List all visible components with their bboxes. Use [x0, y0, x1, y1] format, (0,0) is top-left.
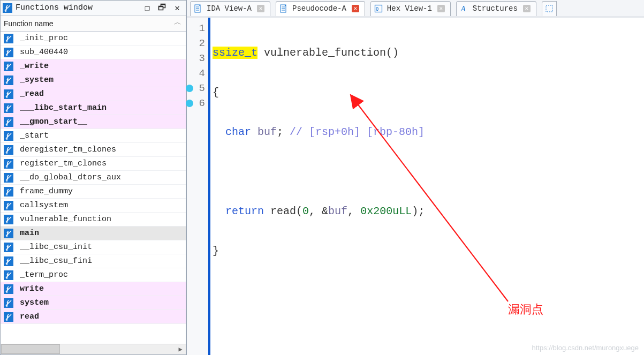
function-row[interactable]: fframe_dummy — [1, 185, 186, 199]
function-name: _write — [20, 62, 49, 71]
code[interactable]: ssize_t vulnerable_function() { char buf… — [210, 18, 644, 355]
breakpoint-icon[interactable] — [186, 85, 193, 92]
token-comment: // [rsp+0h] [rbp-80h] — [283, 126, 425, 138]
function-row[interactable]: fregister_tm_clones — [1, 157, 186, 171]
tab-label: Pseudocode-A — [292, 4, 346, 13]
function-row[interactable]: fread — [1, 310, 186, 324]
tab-structures[interactable]: AStructures✕ — [456, 1, 536, 16]
function-row[interactable]: fderegister_tm_clones — [1, 143, 186, 157]
svg-text:0: 0 — [376, 6, 378, 12]
tab-close-icon[interactable]: ✕ — [437, 5, 445, 12]
function-icon: f — [3, 311, 14, 323]
code-line[interactable]: } — [213, 244, 644, 259]
function-row[interactable]: f_term_proc — [1, 268, 186, 282]
tab-close-icon[interactable]: ✕ — [523, 5, 531, 12]
function-icon: f — [3, 172, 14, 184]
function-row[interactable]: fsub_400440 — [1, 46, 186, 59]
function-name: __libc_csu_init — [20, 243, 92, 252]
code-line[interactable]: ssize_t vulnerable_function() — [213, 46, 644, 61]
function-icon: f — [3, 269, 14, 281]
function-row[interactable]: fmain — [1, 226, 186, 240]
function-row[interactable]: f__libc_csu_fini — [1, 254, 186, 268]
tab-enums-partial[interactable] — [542, 1, 557, 16]
function-row[interactable]: fvulnerable_function — [1, 213, 186, 226]
function-name: system — [20, 298, 49, 307]
function-row[interactable]: fwrite — [1, 282, 186, 296]
token-type: ssize_t — [213, 47, 257, 59]
token-keyword: return — [225, 205, 264, 217]
line-number[interactable]: 5 — [187, 81, 205, 96]
scroll-up-icon[interactable]: ︿ — [174, 18, 181, 27]
function-name: deregister_tm_clones — [20, 145, 116, 154]
token-func: vulnerable_function() — [257, 47, 399, 59]
tab-hex-view-1[interactable]: 0Hex View-1✕ — [370, 1, 451, 16]
editor-panel: IDA View-A✕Pseudocode-A✕0Hex View-1✕AStr… — [186, 0, 644, 355]
breakpoint-icon[interactable] — [186, 100, 193, 107]
function-name: read — [20, 312, 39, 321]
code-line[interactable]: return read(0, &buf, 0x200uLL); — [213, 204, 644, 219]
function-name: __do_global_dtors_aux — [20, 173, 121, 182]
function-name: register_tm_clones — [20, 159, 107, 168]
function-icon: f — [3, 228, 14, 239]
functions-scrollbar-h[interactable]: ◀ ▶ — [1, 344, 186, 354]
token-brace: } — [213, 245, 219, 257]
tab-ida-view-a[interactable]: IDA View-A✕ — [190, 1, 270, 16]
function-row[interactable]: f_init_proc — [1, 32, 186, 46]
code-area: 123456 ssize_t vulnerable_function() { c… — [187, 17, 644, 355]
functions-column-header[interactable]: Function name ︿ — [1, 16, 186, 32]
function-row[interactable]: fsystem — [1, 296, 186, 310]
line-gutter: 123456 — [187, 18, 210, 355]
function-name: write — [20, 284, 44, 293]
tab-pseudocode-a[interactable]: Pseudocode-A✕ — [276, 1, 365, 16]
function-row[interactable]: f___libc_start_main — [1, 101, 186, 115]
function-row[interactable]: f__libc_csu_init — [1, 240, 186, 254]
restore-button[interactable]: 🗗 — [158, 4, 166, 12]
function-icon: f — [3, 158, 14, 170]
function-name: main — [20, 229, 39, 238]
function-row[interactable]: f_start — [1, 129, 186, 143]
function-icon: f — [3, 74, 14, 86]
code-line[interactable] — [213, 164, 644, 179]
tab-label: Structures — [473, 4, 518, 13]
functions-list[interactable]: f_init_procfsub_400440f_writef_systemf_r… — [1, 32, 186, 344]
function-name: _start — [20, 131, 49, 140]
function-row[interactable]: f__do_global_dtors_aux — [1, 171, 186, 185]
scrollbar-thumb[interactable] — [1, 344, 60, 354]
line-number[interactable]: 1 — [187, 21, 205, 36]
line-number[interactable]: 6 — [187, 96, 205, 111]
function-row[interactable]: f_system — [1, 73, 186, 87]
token-var: buf — [251, 126, 277, 138]
code-line[interactable]: { — [213, 85, 644, 100]
functions-window-title: Functions window — [16, 3, 143, 12]
function-row[interactable]: f_read — [1, 87, 186, 101]
hex-icon: 0 — [374, 4, 383, 13]
token-func: read — [264, 205, 296, 217]
function-row[interactable]: f__gmon_start__ — [1, 115, 186, 129]
function-row[interactable]: fcallsystem — [1, 199, 186, 213]
function-icon: f — [3, 186, 14, 198]
tab-close-icon[interactable]: ✕ — [352, 5, 359, 12]
function-icon: f — [3, 200, 14, 212]
close-window-button[interactable]: ✕ — [173, 4, 181, 12]
function-icon: f — [3, 283, 14, 295]
function-icon: f — [3, 255, 14, 267]
line-number[interactable]: 4 — [187, 66, 205, 81]
dock-button[interactable]: ❐ — [143, 4, 151, 12]
function-name: _term_proc — [20, 270, 68, 280]
function-icon: f — [3, 297, 14, 309]
column-header-label: Function name — [4, 19, 54, 28]
function-row[interactable]: f_write — [1, 59, 186, 73]
function-icon: f — [3, 116, 14, 128]
function-icon: f — [3, 33, 14, 44]
scroll-right-icon[interactable]: ▶ — [175, 344, 186, 355]
tab-close-icon[interactable]: ✕ — [257, 5, 264, 12]
token-keyword: char — [225, 126, 251, 138]
code-line[interactable]: char buf; // [rsp+0h] [rbp-80h] — [213, 125, 644, 140]
function-name: sub_400440 — [20, 48, 68, 57]
line-number[interactable]: 2 — [187, 36, 205, 51]
svg-rect-79 — [546, 5, 552, 12]
line-number[interactable]: 3 — [187, 51, 205, 66]
token-number: 0 — [302, 205, 309, 217]
functions-icon: f — [3, 3, 12, 13]
function-icon: f — [3, 130, 14, 142]
